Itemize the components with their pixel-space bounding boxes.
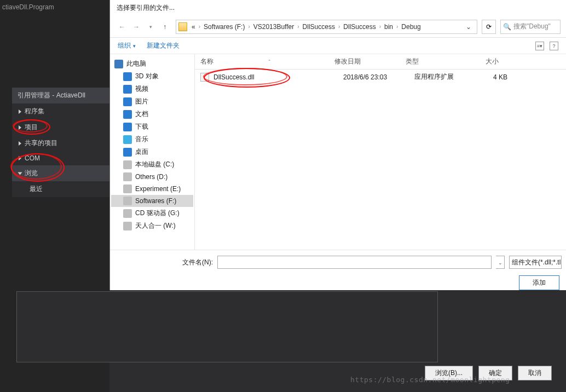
dialog-title: 选择要引用的文件... bbox=[110, 0, 566, 16]
nav-back-button[interactable]: ← bbox=[115, 20, 129, 33]
file-type: 应用程序扩展 bbox=[414, 72, 475, 82]
dll-file-icon bbox=[200, 73, 209, 82]
crumb-segment[interactable]: bin bbox=[383, 23, 394, 31]
disk-icon bbox=[123, 197, 132, 205]
navigation-tree: 此电脑 3D 对象 视频 图片 文档 下载 音乐 桌面 本地磁盘 (C:) Ot… bbox=[110, 54, 195, 250]
col-type[interactable]: 类型 bbox=[406, 57, 466, 66]
vs-tab-label: ctiaveDll.Program bbox=[0, 0, 109, 14]
tree-item[interactable]: 本地磁盘 (C:) bbox=[111, 158, 193, 171]
tree-item-selected[interactable]: Softwares (F:) bbox=[111, 195, 193, 207]
nav-up-button[interactable]: ↑ bbox=[158, 20, 171, 33]
ref-item-projects[interactable]: 项目 bbox=[12, 119, 111, 135]
search-placeholder: 搜索"Debug" bbox=[513, 22, 551, 31]
ref-item-shared[interactable]: 共享的项目 bbox=[12, 135, 111, 151]
ref-item-label: COM bbox=[25, 154, 40, 162]
disk-icon bbox=[123, 172, 132, 181]
nav-forward-button[interactable]: → bbox=[130, 20, 143, 33]
downloads-icon bbox=[123, 123, 132, 131]
pc-icon bbox=[114, 60, 123, 68]
organize-label: 组织 bbox=[118, 41, 131, 50]
sort-indicator-icon: ˄ bbox=[268, 59, 271, 65]
tree-item[interactable]: Experiment (E:) bbox=[111, 183, 193, 195]
new-folder-button[interactable]: 新建文件夹 bbox=[147, 41, 180, 50]
tree-item[interactable]: 3D 对象 bbox=[111, 70, 193, 83]
column-headers[interactable]: 名称˄ 修改日期 类型 大小 bbox=[195, 54, 566, 70]
video-icon bbox=[123, 85, 132, 94]
filename-input[interactable] bbox=[217, 256, 492, 269]
ref-item-label: 程序集 bbox=[25, 107, 44, 116]
disk-icon bbox=[123, 222, 132, 230]
nav-history-dropdown[interactable]: ▾ bbox=[144, 20, 157, 33]
ref-item-browse[interactable]: 浏览 bbox=[12, 165, 111, 181]
disk-icon bbox=[123, 160, 132, 169]
tree-item[interactable]: 桌面 bbox=[111, 146, 193, 158]
refresh-button[interactable]: ⟳ bbox=[482, 20, 496, 34]
col-size[interactable]: 大小 bbox=[466, 57, 499, 66]
cancel-button[interactable]: 取消 bbox=[518, 366, 552, 381]
tree-item[interactable]: 下载 bbox=[111, 120, 193, 133]
reference-manager-panel: 引用管理器 - ActiaveDll 程序集 项目 共享的项目 COM 浏览 最… bbox=[12, 88, 111, 197]
file-name: DllSuccess.dll bbox=[213, 73, 343, 81]
add-button[interactable]: 添加 bbox=[519, 275, 559, 290]
organize-menu[interactable]: 组织▾ bbox=[118, 41, 136, 50]
tree-item[interactable]: 图片 bbox=[111, 95, 193, 108]
object3d-icon bbox=[123, 72, 132, 81]
search-icon: 🔍 bbox=[503, 23, 511, 31]
pictures-icon bbox=[123, 97, 132, 106]
file-row[interactable]: DllSuccess.dll 2018/6/6 23:03 应用程序扩展 4 K… bbox=[195, 70, 566, 84]
cd-icon bbox=[123, 209, 132, 218]
desktop-icon bbox=[123, 148, 132, 157]
ref-item-assemblies[interactable]: 程序集 bbox=[12, 103, 111, 119]
col-date[interactable]: 修改日期 bbox=[334, 57, 406, 66]
watermark-text: https://blog.csdn.net/moonlightpeng bbox=[350, 376, 510, 384]
ref-item-label: 项目 bbox=[25, 123, 38, 132]
ref-item-label: 浏览 bbox=[25, 169, 38, 178]
crumb-segment[interactable]: DllSuccess bbox=[302, 23, 336, 31]
disk-icon bbox=[123, 185, 132, 193]
music-icon bbox=[123, 135, 132, 144]
ref-item-com[interactable]: COM bbox=[12, 151, 111, 165]
folder-icon bbox=[178, 22, 187, 31]
help-button[interactable]: ? bbox=[550, 42, 558, 50]
crumb-segment[interactable]: DllSuccess bbox=[342, 23, 377, 31]
crumb-segment[interactable]: Debug bbox=[400, 23, 421, 31]
ref-item-label: 共享的项目 bbox=[25, 139, 57, 148]
search-input[interactable]: 🔍 搜索"Debug" bbox=[500, 20, 561, 34]
file-type-filter[interactable]: 组件文件(*.dll;*.tl bbox=[509, 256, 562, 269]
tree-root-thispc[interactable]: 此电脑 bbox=[111, 57, 193, 70]
col-name[interactable]: 名称 bbox=[200, 57, 213, 66]
tree-item[interactable]: CD 驱动器 (G:) bbox=[111, 207, 193, 220]
tree-item[interactable]: 视频 bbox=[111, 83, 193, 95]
ref-sub-recent[interactable]: 最近 bbox=[12, 181, 111, 197]
file-open-dialog: 选择要引用的文件... ← → ▾ ↑ « › Softwares (F:)› … bbox=[109, 0, 566, 290]
breadcrumb-address-bar[interactable]: « › Softwares (F:)› VS2013Buffer› DllSuc… bbox=[176, 20, 477, 34]
documents-icon bbox=[123, 110, 132, 119]
tree-item[interactable]: 文档 bbox=[111, 108, 193, 120]
view-options-button[interactable]: ≡▾ bbox=[535, 42, 544, 50]
reference-manager-title: 引用管理器 - ActiaveDll bbox=[12, 88, 111, 103]
tree-item[interactable]: 音乐 bbox=[111, 133, 193, 146]
crumb-prefix[interactable]: « bbox=[190, 23, 197, 31]
tree-item[interactable]: Others (D:) bbox=[111, 171, 193, 183]
crumb-segment[interactable]: Softwares (F:) bbox=[203, 23, 246, 31]
tree-root-label: 此电脑 bbox=[126, 59, 146, 68]
filename-label: 文件名(N): bbox=[114, 258, 213, 267]
crumb-dropdown[interactable]: ⌄ bbox=[463, 23, 475, 31]
crumb-segment[interactable]: VS2013Buffer bbox=[252, 23, 296, 31]
filename-history-dropdown[interactable]: ⌄ bbox=[496, 256, 505, 269]
file-size: 4 KB bbox=[475, 73, 507, 81]
file-date: 2018/6/6 23:03 bbox=[343, 73, 414, 81]
tree-item[interactable]: 天人合一 (W:) bbox=[111, 220, 193, 232]
ref-manager-inner-frame bbox=[16, 291, 438, 362]
